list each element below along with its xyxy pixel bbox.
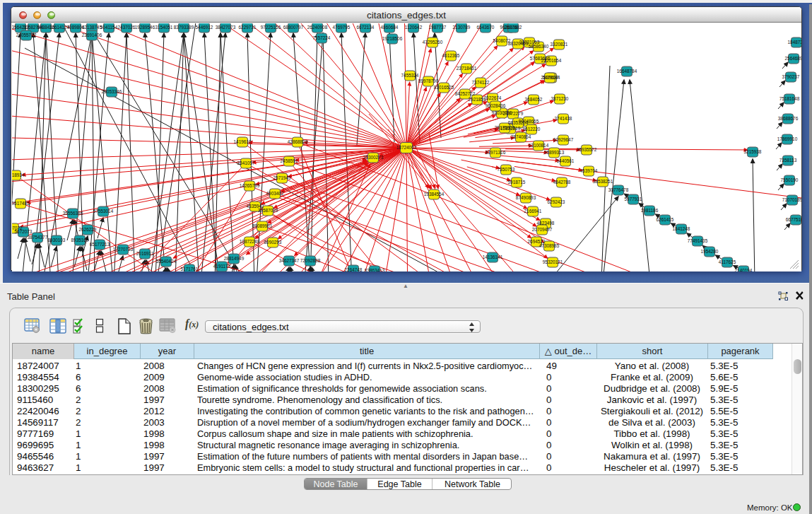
svg-text:4769795: 4769795 xyxy=(333,25,351,30)
svg-text:24972279: 24972279 xyxy=(503,111,524,116)
svg-text:77491435: 77491435 xyxy=(688,238,708,243)
svg-text:7550190: 7550190 xyxy=(781,177,799,182)
svg-text:29053346: 29053346 xyxy=(102,89,122,94)
svg-text:66775103: 66775103 xyxy=(786,217,801,222)
svg-text:6292423: 6292423 xyxy=(548,199,565,204)
svg-text:83863413: 83863413 xyxy=(365,268,385,271)
svg-text:81971316: 81971316 xyxy=(486,150,506,155)
svg-text:6543670: 6543670 xyxy=(477,25,495,30)
svg-text:96028436: 96028436 xyxy=(486,103,506,108)
svg-text:84252722: 84252722 xyxy=(455,91,476,96)
svg-text:63100814: 63100814 xyxy=(529,143,549,148)
svg-text:38427073: 38427073 xyxy=(216,25,236,30)
svg-text:1419610: 1419610 xyxy=(234,139,252,144)
svg-text:3320821: 3320821 xyxy=(551,42,568,47)
svg-text:95320121: 95320121 xyxy=(543,259,563,264)
svg-text:2921859: 2921859 xyxy=(469,97,486,102)
svg-text:38688676: 38688676 xyxy=(778,116,799,121)
svg-text:26240908: 26240908 xyxy=(307,25,328,30)
svg-text:4903402: 4903402 xyxy=(266,191,284,196)
svg-text:23691406: 23691406 xyxy=(82,33,102,37)
svg-text:10872248: 10872248 xyxy=(240,239,260,244)
svg-text:4860684: 4860684 xyxy=(381,25,399,30)
svg-text:4117625: 4117625 xyxy=(719,259,736,264)
svg-text:38754377: 38754377 xyxy=(28,235,48,240)
svg-text:6672134: 6672134 xyxy=(357,25,375,30)
svg-text:87490893: 87490893 xyxy=(516,195,536,200)
svg-text:97225156: 97225156 xyxy=(261,25,281,30)
svg-text:1987737: 1987737 xyxy=(429,25,447,30)
svg-text:45935572: 45935572 xyxy=(577,147,597,152)
svg-text:5672073: 5672073 xyxy=(15,229,33,234)
svg-text:1848731: 1848731 xyxy=(788,40,801,45)
svg-text:42868828: 42868828 xyxy=(288,139,308,144)
svg-text:5171761: 5171761 xyxy=(181,267,199,271)
svg-text:7357224: 7357224 xyxy=(313,35,331,40)
svg-text:6229731: 6229731 xyxy=(239,25,257,30)
svg-text:1841248: 1841248 xyxy=(673,226,690,231)
svg-text:89089901: 89089901 xyxy=(252,223,273,228)
svg-text:14265799: 14265799 xyxy=(240,183,260,188)
svg-text:68353204: 68353204 xyxy=(508,120,529,125)
svg-text:75181648: 75181648 xyxy=(779,96,800,101)
svg-text:4612365: 4612365 xyxy=(442,53,460,58)
svg-text:4191175: 4191175 xyxy=(213,264,231,269)
svg-text:24055712: 24055712 xyxy=(16,33,37,37)
svg-text:35556386: 35556386 xyxy=(63,211,83,216)
svg-text:2166941: 2166941 xyxy=(524,209,542,214)
svg-text:18724007: 18724007 xyxy=(396,145,417,150)
svg-text:81016525: 81016525 xyxy=(434,85,454,90)
svg-text:1120642: 1120642 xyxy=(405,25,423,30)
svg-text:38538251: 38538251 xyxy=(593,179,613,184)
svg-text:2626229: 2626229 xyxy=(79,227,97,232)
svg-text:68800797: 68800797 xyxy=(283,25,304,30)
svg-text:47308985: 47308985 xyxy=(539,243,560,248)
svg-text:2839607: 2839607 xyxy=(541,75,559,80)
svg-text:3741438: 3741438 xyxy=(555,116,572,121)
svg-text:55540424: 55540424 xyxy=(156,259,177,264)
svg-text:8935169: 8935169 xyxy=(71,238,89,243)
svg-text:34627347: 34627347 xyxy=(279,258,300,263)
svg-text:47295260: 47295260 xyxy=(423,40,443,45)
svg-text:3215938: 3215938 xyxy=(744,149,762,154)
svg-text:3154051: 3154051 xyxy=(155,25,173,30)
svg-text:2564689: 2564689 xyxy=(785,56,801,61)
svg-text:8930103: 8930103 xyxy=(48,238,66,243)
svg-text:14136141: 14136141 xyxy=(483,255,503,259)
svg-text:7358113: 7358113 xyxy=(779,158,797,163)
svg-text:7350753: 7350753 xyxy=(498,167,515,172)
svg-text:2016911: 2016911 xyxy=(136,251,154,256)
svg-text:2140194: 2140194 xyxy=(735,268,753,271)
svg-text:28814949: 28814949 xyxy=(224,256,245,261)
svg-text:7022674: 7022674 xyxy=(484,95,502,100)
svg-text:19384554: 19384554 xyxy=(424,192,445,197)
svg-text:25300273: 25300273 xyxy=(363,155,384,160)
svg-text:5418934: 5418934 xyxy=(12,173,25,177)
svg-text:1981186: 1981186 xyxy=(641,208,659,213)
svg-text:17869910: 17869910 xyxy=(777,136,798,141)
svg-text:88320463: 88320463 xyxy=(508,41,529,46)
svg-text:23718431: 23718431 xyxy=(457,66,477,71)
svg-text:2687682: 2687682 xyxy=(505,25,522,30)
svg-text:6440561: 6440561 xyxy=(557,158,575,163)
svg-text:19289546: 19289546 xyxy=(135,25,155,30)
svg-text:8612220: 8612220 xyxy=(523,127,541,132)
svg-text:7374122: 7374122 xyxy=(472,80,490,85)
svg-text:1954280: 1954280 xyxy=(701,249,719,254)
svg-text:83793389: 83793389 xyxy=(174,25,194,30)
svg-text:3684052: 3684052 xyxy=(525,97,543,102)
svg-text:6261415: 6261415 xyxy=(657,217,674,222)
svg-text:58586340: 58586340 xyxy=(529,44,549,49)
svg-text:89978790: 89978790 xyxy=(418,78,439,83)
svg-text:5041154: 5041154 xyxy=(100,25,118,30)
svg-text:2264748: 2264748 xyxy=(345,267,363,271)
svg-text:71070189: 71070189 xyxy=(782,197,801,202)
svg-text:2458591: 2458591 xyxy=(281,158,298,163)
svg-text:2437026: 2437026 xyxy=(118,25,136,30)
svg-text:19218506: 19218506 xyxy=(382,36,403,41)
svg-text:3871230: 3871230 xyxy=(551,96,569,101)
svg-text:16648784: 16648784 xyxy=(617,69,637,74)
svg-text:28740864: 28740864 xyxy=(511,134,531,139)
svg-text:4539704: 4539704 xyxy=(580,168,598,173)
svg-text:72092888: 72092888 xyxy=(300,258,321,263)
